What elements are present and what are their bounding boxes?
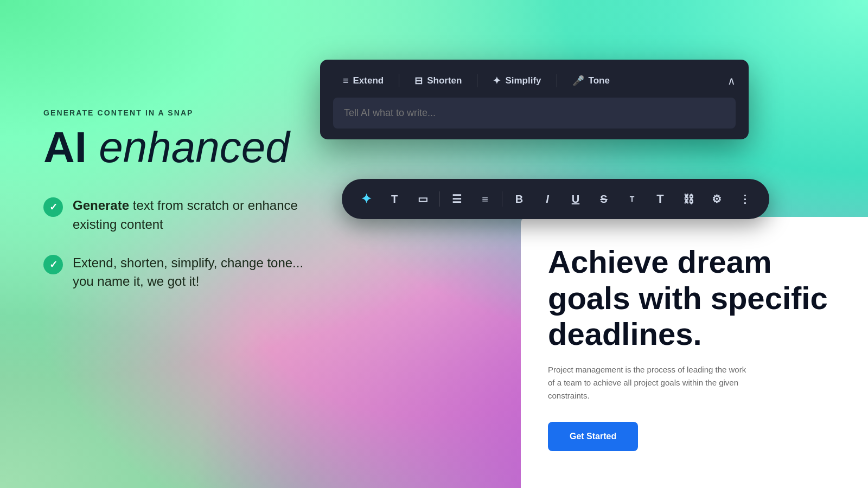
tab-shorten[interactable]: ⊟ Shorten bbox=[405, 69, 471, 92]
toolbar-input-area bbox=[320, 92, 749, 139]
tab-simplify-label: Simplify bbox=[505, 75, 541, 86]
strikethrough-button[interactable]: S bbox=[590, 185, 617, 213]
text-type-icon: T bbox=[391, 193, 398, 206]
bigger-text-button[interactable]: T bbox=[647, 185, 674, 213]
more-button[interactable]: ⋮ bbox=[731, 185, 758, 213]
feature-text-1: Generate text from scratch or enhance ex… bbox=[73, 196, 311, 234]
settings-button[interactable]: ⚙ bbox=[703, 185, 730, 213]
underline-icon: U bbox=[572, 193, 579, 206]
feature-list: Generate text from scratch or enhance ex… bbox=[43, 196, 311, 291]
simplify-icon: ✦ bbox=[493, 75, 501, 87]
cta-button[interactable]: Get Started bbox=[548, 422, 638, 451]
underline-button[interactable]: U bbox=[562, 185, 589, 213]
align-left-icon: ≡ bbox=[482, 193, 488, 206]
chevron-icon[interactable]: ∧ bbox=[727, 74, 736, 87]
format-toolbar: ✦ T ▭ ☰ ≡ B I U S T T ⛓ ⚙ ⋮ bbox=[342, 179, 769, 219]
align-center-icon: ☰ bbox=[452, 192, 462, 206]
block-icon: ▭ bbox=[418, 192, 428, 206]
bigger-text-icon: T bbox=[656, 192, 663, 206]
content-body: Project management is the process of lea… bbox=[548, 363, 754, 402]
content-heading: Achieve dream goals with specific deadli… bbox=[548, 244, 841, 352]
italic-icon: I bbox=[546, 193, 549, 206]
settings-icon: ⚙ bbox=[712, 192, 722, 206]
ai-toolbar: ≡ Extend ⊟ Shorten ✦ Simplify 🎤 Tone ∧ bbox=[320, 60, 749, 139]
headline-bold: AI bbox=[43, 123, 87, 171]
more-icon: ⋮ bbox=[739, 192, 750, 206]
link-button[interactable]: ⛓ bbox=[675, 185, 702, 213]
format-sep-2 bbox=[502, 191, 502, 207]
ai-stars-button[interactable]: ✦ bbox=[353, 185, 380, 213]
tab-extend[interactable]: ≡ Extend bbox=[333, 70, 393, 92]
tab-shorten-label: Shorten bbox=[427, 75, 462, 86]
block-button[interactable]: ▭ bbox=[409, 185, 436, 213]
format-sep-1 bbox=[439, 191, 440, 207]
subtitle: GENERATE CONTENT IN A SNAP bbox=[43, 108, 311, 117]
tab-tone-label: Tone bbox=[589, 75, 610, 86]
content-card: Achieve dream goals with specific deadli… bbox=[521, 217, 868, 488]
tab-tone[interactable]: 🎤 Tone bbox=[563, 69, 620, 92]
feature-item-2: Extend, shorten, simplify, change tone..… bbox=[43, 254, 311, 292]
bold-icon: B bbox=[515, 193, 523, 206]
text-type-button[interactable]: T bbox=[381, 185, 408, 213]
shorten-icon: ⊟ bbox=[414, 75, 423, 87]
italic-button[interactable]: I bbox=[534, 185, 561, 213]
check-icon-2 bbox=[43, 255, 63, 274]
smaller-text-button[interactable]: T bbox=[618, 185, 646, 213]
headline-italic: enhanced bbox=[87, 123, 290, 171]
headline: AI enhanced bbox=[43, 126, 311, 169]
toolbar-tabs: ≡ Extend ⊟ Shorten ✦ Simplify 🎤 Tone ∧ bbox=[320, 60, 749, 92]
strikethrough-icon: S bbox=[600, 193, 607, 206]
tone-icon: 🎤 bbox=[572, 75, 584, 87]
ai-stars-icon: ✦ bbox=[361, 191, 372, 207]
bold-button[interactable]: B bbox=[506, 185, 533, 213]
ai-prompt-input[interactable] bbox=[333, 98, 736, 129]
extend-icon: ≡ bbox=[343, 75, 349, 87]
tab-simplify[interactable]: ✦ Simplify bbox=[483, 69, 551, 92]
smaller-text-icon: T bbox=[630, 195, 635, 203]
align-left-button[interactable]: ≡ bbox=[471, 185, 499, 213]
tab-divider-2 bbox=[477, 74, 477, 87]
tab-divider-3 bbox=[557, 74, 557, 87]
align-center-button[interactable]: ☰ bbox=[443, 185, 470, 213]
tab-divider-1 bbox=[399, 74, 399, 87]
feature-text-2: Extend, shorten, simplify, change tone..… bbox=[73, 254, 311, 292]
link-icon: ⛓ bbox=[683, 193, 694, 206]
check-icon-1 bbox=[43, 197, 63, 217]
feature-item-1: Generate text from scratch or enhance ex… bbox=[43, 196, 311, 234]
feature1-strong: Generate bbox=[73, 198, 129, 213]
tab-extend-label: Extend bbox=[353, 75, 384, 86]
left-content: GENERATE CONTENT IN A SNAP AI enhanced G… bbox=[43, 108, 311, 291]
